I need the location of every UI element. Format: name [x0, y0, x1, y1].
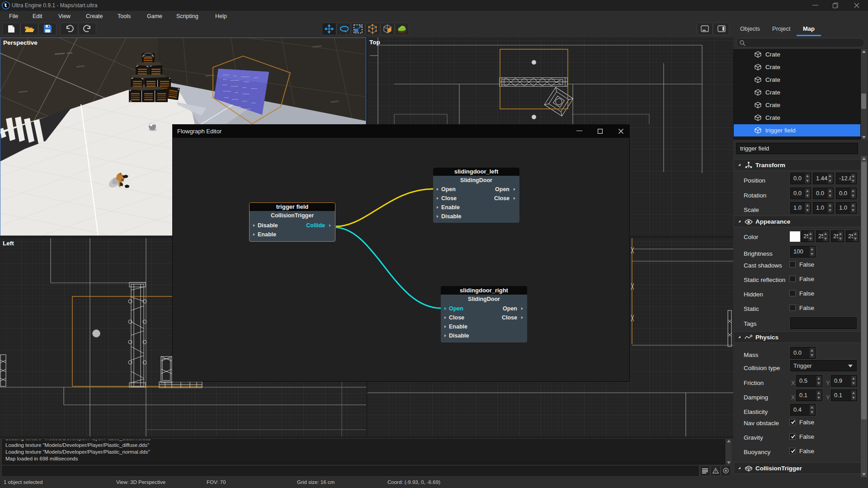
svg-text:Top: Top — [369, 39, 380, 46]
svg-text:Left: Left — [3, 240, 14, 247]
svg-text:Perspective: Perspective — [3, 39, 38, 46]
